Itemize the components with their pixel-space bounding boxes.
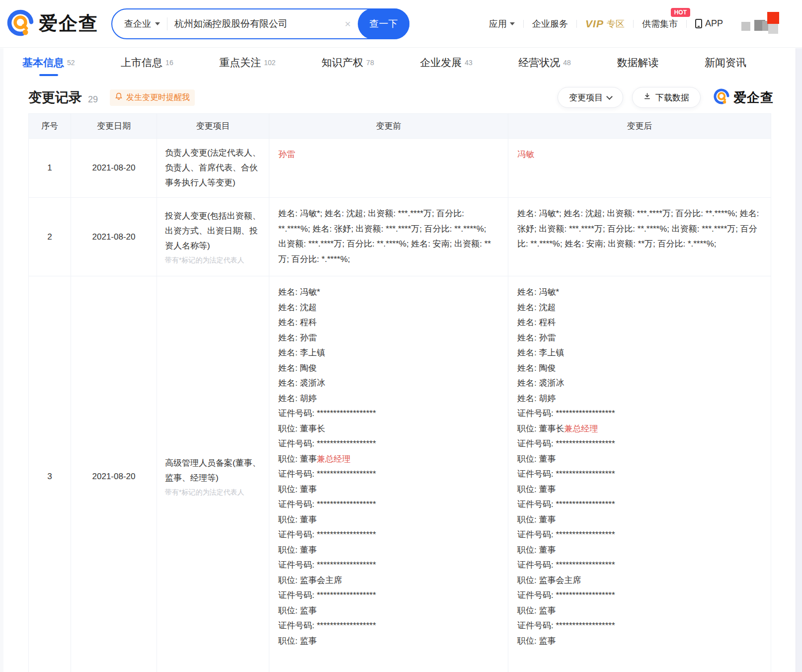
left-gutter xyxy=(0,48,3,672)
item-title: 负责人变更(法定代表人、负责人、首席代表、合伙事务执行人等变更) xyxy=(165,146,261,190)
detail-line: 孙雷 xyxy=(278,147,497,163)
tab-count: 52 xyxy=(67,59,75,67)
clear-icon[interactable]: × xyxy=(338,18,358,30)
after-cell: 姓名: 冯敏*; 姓名: 沈超; 出资额: ***.****万; 百分比: **… xyxy=(508,198,771,276)
nav-supply-market[interactable]: 供需集市 HOT xyxy=(634,18,686,30)
hot-badge: HOT xyxy=(671,8,690,17)
tab-label: 企业发展 xyxy=(420,56,462,70)
detail-line: 职位: 监事 xyxy=(517,603,760,619)
item-note: 带有*标记的为法定代表人 xyxy=(165,487,261,498)
detail-line: 姓名: 沈超 xyxy=(517,300,760,316)
item-title: 投资人变更(包括出资额、出资方式、出资日期、投资人名称等) xyxy=(165,209,261,253)
detail-line: 姓名: 程科 xyxy=(517,315,760,331)
aiqicha-logo-icon xyxy=(714,88,729,106)
download-icon xyxy=(643,92,651,102)
detail-line: 证件号码: ****************** xyxy=(517,527,760,543)
detail-line: 证件号码: ****************** xyxy=(517,497,760,512)
item-cell: 投资人变更(包括出资额、出资方式、出资日期、投资人名称等)带有*标记的为法定代表… xyxy=(157,198,269,276)
tab-label: 数据解读 xyxy=(617,56,658,70)
aiqicha-watermark: 爱企查 xyxy=(714,88,774,106)
detail-line: 职位: 董事兼总经理 xyxy=(278,452,497,467)
tab-知识产权[interactable]: 知识产权78 xyxy=(321,48,374,78)
download-data-label: 下载数据 xyxy=(655,92,689,103)
detail-line: 姓名: 李上镇 xyxy=(278,345,497,361)
table-header-row: 序号变更日期变更项目变更前变更后 xyxy=(29,114,771,139)
column-header: 序号 xyxy=(29,114,71,139)
scrollbar[interactable] xyxy=(796,48,802,672)
date-cell: 2021-08-20 xyxy=(71,198,157,276)
tab-新闻资讯[interactable]: 新闻资讯 xyxy=(705,48,746,78)
change-item-filter-button[interactable]: 变更项目 xyxy=(558,87,623,108)
section-title: 变更记录 xyxy=(28,88,82,106)
detail-line: 职位: 监事会主席 xyxy=(278,573,497,588)
change-records-table: 序号变更日期变更项目变更前变更后 12021-08-20负责人变更(法定代表人、… xyxy=(28,113,774,672)
chevron-down-icon xyxy=(510,22,515,28)
detail-line: 证件号码: ****************** xyxy=(517,436,760,452)
detail-line: 证件号码: ****************** xyxy=(517,467,760,482)
item-cell: 高级管理人员备案(董事、监事、经理等)带有*标记的为法定代表人 xyxy=(157,276,269,672)
tab-label: 新闻资讯 xyxy=(705,56,746,70)
detail-line: 姓名: 裘浙冰 xyxy=(278,376,497,391)
aiqicha-logo[interactable]: 爱企查 xyxy=(7,9,98,38)
detail-line: 姓名: 冯敏*; 姓名: 沈超; 出资额: ***.****万; 百分比: **… xyxy=(278,206,497,267)
detail-line: 姓名: 陶俊 xyxy=(517,361,760,376)
tab-基本信息[interactable]: 基本信息52 xyxy=(22,48,75,78)
search-category-dropdown[interactable]: 查企业 xyxy=(112,18,167,30)
tab-经营状况[interactable]: 经营状况48 xyxy=(518,48,571,78)
detail-line: 姓名: 程科 xyxy=(278,315,497,331)
search-category-label: 查企业 xyxy=(124,18,151,30)
tab-企业发展[interactable]: 企业发展43 xyxy=(420,48,473,78)
change-item-filter-label: 变更项目 xyxy=(569,92,603,103)
detail-line: 职位: 董事 xyxy=(517,482,760,498)
tab-上市信息[interactable]: 上市信息16 xyxy=(121,48,173,78)
date-cell: 2021-08-20 xyxy=(71,276,157,672)
nav-enterprise-services[interactable]: 企业服务 xyxy=(524,18,576,30)
detail-line: 职位: 监事 xyxy=(278,603,497,619)
search-button[interactable]: 查一下 xyxy=(358,8,409,39)
detail-line: 姓名: 陶俊 xyxy=(278,361,497,376)
before-cell: 孙雷 xyxy=(269,139,508,198)
tab-label: 上市信息 xyxy=(121,56,162,70)
nav-app-menu[interactable]: 应用 xyxy=(481,18,523,30)
detail-line: 证件号码: ****************** xyxy=(517,558,760,573)
detail-line: 证件号码: ****************** xyxy=(278,618,497,634)
detail-line: 职位: 董事 xyxy=(517,512,760,528)
detail-line: 证件号码: ****************** xyxy=(278,558,497,573)
detail-line: 证件号码: ****************** xyxy=(517,618,760,634)
detail-line: 职位: 董事 xyxy=(278,543,497,558)
detail-line: 姓名: 孙雷 xyxy=(278,331,497,346)
change-alert-link[interactable]: 发生变更时提醒我 xyxy=(110,89,195,106)
before-cell: 姓名: 冯敏*; 姓名: 沈超; 出资额: ***.****万; 百分比: **… xyxy=(269,198,508,276)
chevron-down-icon xyxy=(155,22,160,28)
tab-count: 48 xyxy=(563,59,571,67)
detail-line: 证件号码: ****************** xyxy=(278,436,497,452)
download-data-button[interactable]: 下载数据 xyxy=(632,87,701,108)
after-cell: 姓名: 冯敏*姓名: 沈超姓名: 程科姓名: 孙雷姓名: 李上镇姓名: 陶俊姓名… xyxy=(508,276,771,672)
top-nav: 应用 企业服务 VIP 专区 供需集市 HOT APP xyxy=(481,18,731,30)
seq-cell: 2 xyxy=(29,198,71,276)
detail-line: 证件号码: ****************** xyxy=(278,467,497,482)
item-cell: 负责人变更(法定代表人、负责人、首席代表、合伙事务执行人等变更) xyxy=(157,139,269,198)
brand-name: 爱企查 xyxy=(39,11,98,36)
nav-vip-zone[interactable]: VIP 专区 xyxy=(577,18,633,30)
detail-line: 职位: 董事 xyxy=(517,543,760,558)
bell-icon xyxy=(115,92,123,102)
detail-line: 姓名: 李上镇 xyxy=(517,345,760,361)
detail-line: 证件号码: ****************** xyxy=(278,497,497,512)
user-avatar[interactable] xyxy=(736,9,780,39)
detail-line: 职位: 董事 xyxy=(278,512,497,528)
tab-bar: 基本信息52上市信息16重点关注102知识产权78企业发展43经营状况48数据解… xyxy=(0,48,802,78)
detail-line: 职位: 监事 xyxy=(278,634,497,649)
nav-app-download[interactable]: APP xyxy=(687,18,731,29)
detail-line: 职位: 监事 xyxy=(517,634,760,649)
detail-line: 姓名: 胡婷 xyxy=(517,391,760,407)
before-cell: 姓名: 冯敏*姓名: 沈超姓名: 程科姓名: 孙雷姓名: 李上镇姓名: 陶俊姓名… xyxy=(269,276,508,672)
detail-line: 姓名: 冯敏* xyxy=(278,285,497,300)
after-cell: 冯敏 xyxy=(508,139,771,198)
search-input[interactable] xyxy=(167,18,338,29)
tab-重点关注[interactable]: 重点关注102 xyxy=(219,48,275,78)
detail-line: 职位: 监事会主席 xyxy=(517,573,760,588)
tab-数据解读[interactable]: 数据解读 xyxy=(617,48,658,78)
page: 爱企查 查企业 × 查一下 应用 企业服务 VIP 专区 xyxy=(0,0,802,672)
column-header: 变更后 xyxy=(508,114,771,139)
